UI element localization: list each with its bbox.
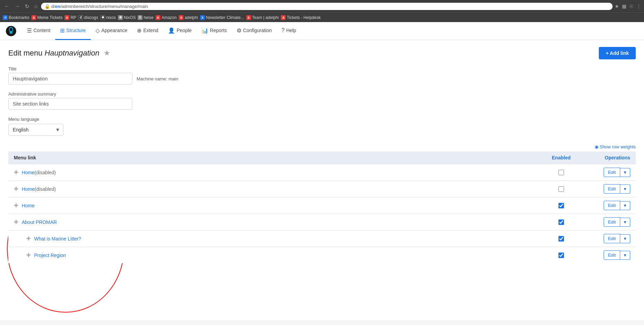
bookmark-rp[interactable]: a RP (65, 15, 76, 20)
lock-icon: 🔒 (44, 4, 50, 9)
bookmark-heise[interactable]: h heise (138, 15, 153, 20)
bookmark-favicon: ❄ (118, 15, 123, 20)
nav-appearance[interactable]: ◇ Appearance (91, 22, 132, 40)
bookmark-discogs[interactable]: d discogs (78, 15, 98, 20)
edit-dropdown-button[interactable]: ▼ (620, 201, 630, 210)
menu-language-label: Menu language (8, 117, 636, 122)
nav-people[interactable]: 👤 People (163, 22, 197, 40)
enabled-checkbox[interactable] (558, 203, 564, 208)
bookmark-tickets-helpdesk[interactable]: a Tickets - Helpdesk (281, 15, 320, 20)
enabled-cell (547, 219, 575, 225)
table-row: ✚ Home (disabled) Edit ▼ (8, 180, 636, 197)
favorite-star-icon[interactable]: ★ (103, 49, 110, 57)
edit-dropdown-button[interactable]: ▼ (620, 218, 630, 227)
table-row: ✚ Project Region Edit ▼ (8, 247, 636, 263)
home-button[interactable]: ⌂ (33, 2, 39, 10)
nav-content[interactable]: ☰ Content (22, 22, 55, 40)
enabled-checkbox[interactable] (558, 236, 564, 242)
forward-button[interactable]: → (13, 2, 21, 10)
enabled-checkbox[interactable] (558, 170, 564, 175)
add-link-button[interactable]: + Add link (599, 47, 636, 59)
menu-link-name[interactable]: Home (22, 203, 34, 208)
nav-reports[interactable]: 📊 Reports (197, 22, 232, 40)
drag-handle-icon[interactable]: ✚ (14, 169, 18, 176)
bookmark-nixos-1[interactable]: ✱ nixos (100, 15, 116, 20)
content-icon: ☰ (27, 27, 32, 34)
edit-button[interactable]: Edit (604, 168, 620, 177)
main-nav: ☰ Content ⊞ Structure ◇ Appearance ⊕ Ext… (0, 22, 644, 40)
show-row-weights-link[interactable]: ◉ Show row weights (595, 144, 636, 149)
enabled-checkbox[interactable] (558, 253, 564, 258)
menu-icon[interactable]: ⋮ (636, 3, 641, 9)
language-select-wrapper: English German French ▼ (8, 124, 63, 136)
enabled-cell (547, 170, 575, 175)
menu-link-name[interactable]: About PROMAR (22, 219, 57, 225)
language-select[interactable]: English German French (8, 124, 63, 136)
bookmark-amazon[interactable]: a Amazon (156, 15, 177, 20)
drag-handle-icon[interactable]: ✚ (26, 235, 31, 242)
bookmark-star-icon[interactable]: ★ (615, 3, 619, 9)
bookmark-favicon: ☆ (3, 15, 8, 20)
enabled-cell (547, 253, 575, 258)
extensions-icon[interactable]: ▦ (622, 3, 626, 9)
menu-link-name[interactable]: What is Marine Litter? (34, 236, 81, 242)
table-row: ✚ What is Marine Litter? Edit ▼ (8, 230, 636, 247)
drag-handle-icon[interactable]: ✚ (26, 252, 31, 258)
bookmark-bookmarks[interactable]: ☆ Bookmarks (3, 15, 29, 20)
edit-button[interactable]: Edit (604, 201, 620, 210)
title-input[interactable] (8, 73, 132, 85)
bookmark-nixos-2[interactable]: ❄ NixOS (118, 15, 136, 20)
menu-link-name[interactable]: Home (22, 186, 34, 192)
form-title-section: Title Machine name: main (8, 66, 636, 85)
edit-dropdown-button[interactable]: ▼ (620, 168, 630, 177)
bookmark-favicon: a (31, 15, 36, 20)
menu-link-cell: ✚ Home (disabled) (14, 186, 547, 192)
enabled-checkbox[interactable] (558, 186, 564, 192)
drag-handle-icon[interactable]: ✚ (14, 202, 18, 209)
bookmark-team-adelphi[interactable]: a Team | adelphi (246, 15, 279, 20)
bookmark-favicon: d (78, 15, 83, 20)
menu-link-cell: ✚ About PROMAR (14, 219, 547, 225)
nav-extend[interactable]: ⊕ Extend (132, 22, 163, 40)
admin-summary-label: Administrative summary (8, 91, 636, 97)
edit-dropdown-button[interactable]: ▼ (620, 234, 630, 243)
menu-link-name[interactable]: Project Region (34, 253, 66, 258)
enabled-checkbox[interactable] (558, 219, 564, 225)
edit-button[interactable]: Edit (604, 217, 620, 227)
title-row: Machine name: main (8, 73, 636, 85)
people-icon: 👤 (168, 27, 175, 34)
drupal-logo[interactable] (6, 26, 17, 37)
edit-button[interactable]: Edit (604, 184, 620, 194)
admin-summary-input[interactable] (8, 98, 132, 110)
menu-link-name[interactable]: Home (22, 170, 34, 175)
operations-cell: Edit ▼ (575, 168, 630, 177)
reload-button[interactable]: ↻ (23, 2, 31, 10)
enabled-cell (547, 186, 575, 192)
operations-cell: Edit ▼ (575, 217, 630, 227)
configuration-icon: ⚙ (237, 27, 241, 34)
menu-link-disabled-label: (disabled) (34, 170, 56, 175)
nav-help[interactable]: ? Help (277, 22, 301, 40)
back-button[interactable]: ← (3, 2, 11, 10)
page-header: Edit menu Hauptnavigation ★ + Add link (8, 47, 636, 59)
drag-handle-icon[interactable]: ✚ (14, 219, 18, 225)
edit-dropdown-button[interactable]: ▼ (620, 251, 630, 260)
bookmark-newsletter[interactable]: x Newsletter Climate... (200, 15, 244, 20)
extend-icon: ⊕ (137, 27, 141, 34)
page-title: Edit menu Hauptnavigation ★ (8, 49, 110, 58)
bookmark-favicon: a (65, 15, 69, 20)
edit-dropdown-button[interactable]: ▼ (620, 185, 630, 194)
nav-structure[interactable]: ⊞ Structure (55, 22, 91, 40)
address-bar[interactable]: 🔒 d/en/adminbereich/structure/menu/manag… (41, 3, 613, 10)
profile-icon[interactable]: ☉ (629, 3, 634, 9)
bookmark-meine-tickets[interactable]: a Meine Tickets (31, 15, 62, 20)
operations-cell: Edit ▼ (575, 234, 630, 243)
bookmark-adelphi[interactable]: a adelphi (179, 15, 198, 20)
col-header-menu-link: Menu link (14, 155, 547, 160)
edit-button[interactable]: Edit (604, 234, 620, 243)
drag-handle-icon[interactable]: ✚ (14, 186, 18, 192)
bookmark-favicon: h (138, 15, 142, 20)
menu-link-cell: ✚ Home (disabled) (14, 169, 547, 176)
nav-configuration[interactable]: ⚙ Configuration (232, 22, 277, 40)
edit-button[interactable]: Edit (604, 250, 620, 260)
